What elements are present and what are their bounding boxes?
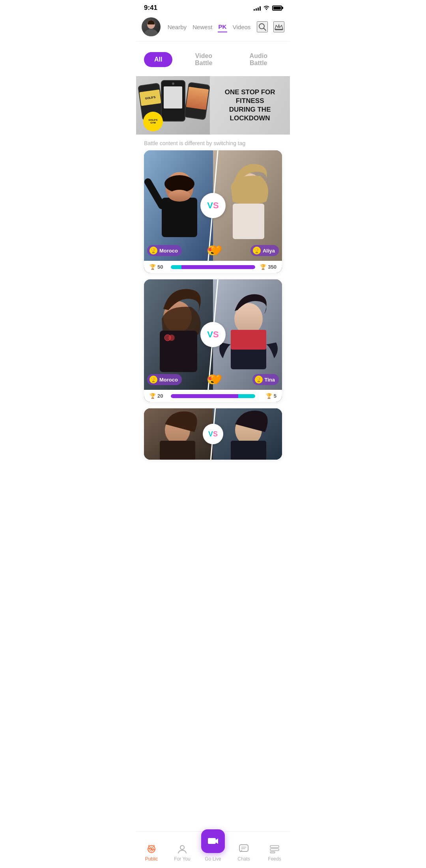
banner-phones: GOLD'S GOLD'SGYM [136,76,210,135]
battle-card-1[interactable]: VS 🏆 Moroco 🏆 Aliya 😍 🧡 🏆 50 [144,150,282,273]
banner-text: ONE STOP FOR FITNESS DURING THE LOCKDOWN [210,88,290,123]
svg-point-3 [144,29,158,36]
player2-tag-2: 🏆 Tina [252,374,279,385]
battle-images-3: VS [144,408,282,460]
player1-tag-1: 🏆 Moroco [147,245,182,256]
phone-right [184,82,210,120]
header-nav: Nearby Newest PK Videos [136,14,290,41]
vs-badge-3: VS [203,424,223,444]
svg-rect-31 [231,441,266,460]
player2-icon-1: 🏆 [253,247,261,254]
score-bar-1: 🏆 50 🏆 350 [144,261,282,273]
svg-rect-16 [233,204,264,239]
score-left-2: 🏆 20 [149,393,171,399]
trophy-icon-2b: 🏆 [266,393,272,399]
score-right-2: 🏆 5 [255,393,277,399]
trophy-icon-1b: 🏆 [260,264,266,270]
filter-video-battle[interactable]: Video Battle [180,49,227,71]
signal-icon [254,5,261,11]
status-time: 9:41 [144,4,157,12]
battle-side-right-3 [213,408,282,460]
main-nav-tabs: Nearby Newest PK Videos [164,22,254,32]
svg-rect-7 [275,29,283,30]
svg-point-12 [168,190,191,202]
player1-icon-2: 🏆 [149,376,157,383]
svg-line-6 [264,28,266,31]
vs-badge-1: VS [200,193,226,218]
tab-pk[interactable]: PK [218,22,228,32]
phone-center [161,80,185,122]
search-button[interactable] [257,21,268,32]
filter-subtitle: Battle content is different by switching… [136,135,290,150]
score-fill-right-2 [238,394,255,398]
score-track-1 [171,265,255,269]
score-bar-2: 🏆 20 🏆 5 [144,390,282,402]
vs-badge-2: VS [200,322,226,347]
filter-row: All Video Battle Audio Battle [136,41,290,76]
svg-point-21 [168,335,175,341]
battle-card-3[interactable]: VS [144,408,282,460]
score-right-1: 🏆 350 [255,264,277,270]
score-fill-left-2 [171,394,238,398]
golds-gym-logo: GOLD'SGYM [143,112,163,131]
emoji-reaction-2b: 🧡 [210,374,222,385]
score-fill-left-1 [171,265,181,269]
score-left-1: 🏆 50 [149,264,171,270]
trophy-icon-1a: 🏆 [149,264,156,270]
trophy-icon-2a: 🏆 [149,393,156,399]
battle-images-1: VS 🏆 Moroco 🏆 Aliya 😍 🧡 [144,150,282,261]
tab-newest[interactable]: Newest [192,22,213,32]
tab-nearby[interactable]: Nearby [167,22,187,32]
score-fill-right-1 [181,265,255,269]
battle-card-2[interactable]: VS 🏆 Moroco 🏆 Tina 😍 🧡 🏆 20 [144,279,282,402]
nav-action-icons [257,21,284,32]
avatar[interactable] [142,17,161,36]
battery-icon [272,6,282,11]
svg-rect-25 [231,330,266,350]
score-track-2 [171,394,255,398]
promo-banner[interactable]: GOLD'S GOLD'SGYM ONE STOP FOR FITNESS DU… [136,76,290,135]
filter-all[interactable]: All [144,52,172,67]
crown-button[interactable] [273,21,284,32]
filter-audio-battle[interactable]: Audio Battle [235,49,282,71]
player1-icon-1: 🏆 [149,247,157,254]
status-icons [254,5,282,11]
player2-icon-2: 🏆 [255,376,263,383]
svg-rect-28 [160,441,195,460]
status-bar: 9:41 [136,0,290,14]
svg-rect-11 [162,198,197,237]
wifi-icon [263,5,270,11]
player1-tag-2: 🏆 Moroco [147,374,182,385]
emoji-reaction-1b: 🧡 [210,245,222,256]
battle-images-2: VS 🏆 Moroco 🏆 Tina 😍 🧡 [144,279,282,390]
tab-videos[interactable]: Videos [232,22,252,32]
player2-tag-1: 🏆 Aliya [250,245,279,256]
